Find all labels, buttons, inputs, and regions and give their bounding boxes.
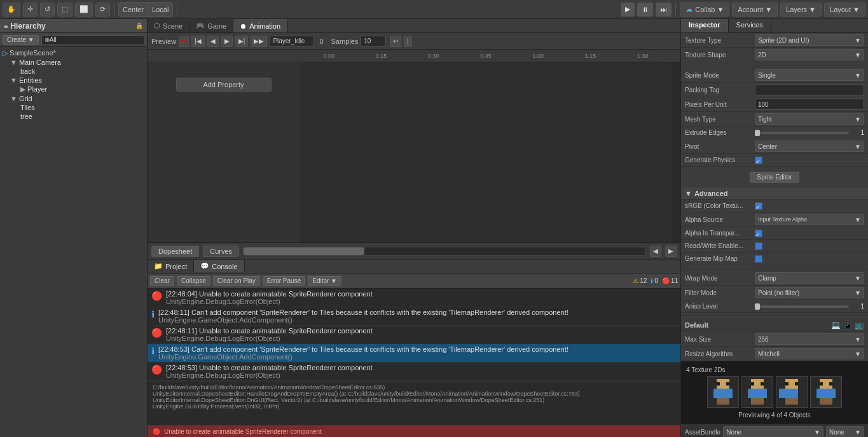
add-event-btn[interactable]: | bbox=[404, 36, 412, 47]
separator-1 bbox=[114, 3, 114, 16]
editor-btn[interactable]: Editor ▼ bbox=[308, 276, 341, 286]
rect-tool-btn[interactable]: ⬜ bbox=[75, 3, 93, 17]
timeline-ruler[interactable]: 0:00 0:15 0:30 0:45 1:00 1:15 1:30 bbox=[300, 50, 672, 62]
texture-shape-dropdown[interactable]: 2D ▼ bbox=[755, 49, 864, 60]
player-item[interactable]: ▶ Player bbox=[0, 85, 147, 94]
generate-physics-checkbox[interactable] bbox=[755, 156, 762, 164]
wrap-mode-dropdown[interactable]: Clamp ▼ bbox=[755, 272, 864, 284]
step-btn[interactable]: ⏭ bbox=[656, 3, 672, 17]
svg-rect-4 bbox=[723, 398, 729, 405]
services-tab[interactable]: Services bbox=[729, 19, 771, 32]
log-text-1: [22:48:11] Can't add component 'SpriteRe… bbox=[158, 309, 568, 324]
extrude-slider[interactable] bbox=[755, 132, 849, 134]
log-entry-3[interactable]: ℹ [22:48:53] Can't add component 'Sprite… bbox=[148, 344, 680, 363]
transform-tool-btn[interactable]: ⟳ bbox=[95, 3, 110, 17]
sprite-editor-btn[interactable]: Sprite Editor bbox=[750, 172, 799, 183]
generate-physics-row: Generate Physics bbox=[681, 154, 868, 167]
pivot-dropdown[interactable]: Center ▼ bbox=[755, 141, 864, 152]
scroll-left-btn[interactable]: ◀ bbox=[650, 246, 661, 257]
anim-prev-btn[interactable]: ◀ bbox=[207, 36, 219, 47]
timeline-scrollbar[interactable] bbox=[672, 62, 680, 242]
pause-btn[interactable]: ⏸ bbox=[637, 3, 653, 17]
mesh-type-dropdown[interactable]: Tight ▼ bbox=[755, 113, 864, 125]
log-entry-1[interactable]: ℹ [22:48:11] Can't add component 'Sprite… bbox=[148, 307, 680, 326]
curves-btn[interactable]: Curves bbox=[203, 246, 239, 257]
advanced-section[interactable]: ▼ Advanced bbox=[681, 188, 868, 200]
inspector-tab[interactable]: Inspector bbox=[681, 19, 729, 32]
sprite-mode-dropdown[interactable]: Single ▼ bbox=[755, 69, 864, 81]
scroll-right-btn[interactable]: ▶ bbox=[665, 246, 677, 257]
create-btn[interactable]: Create ▼ bbox=[3, 35, 39, 45]
layout-btn[interactable]: Layout ▼ bbox=[824, 3, 865, 17]
ab-variant-value: None bbox=[829, 429, 844, 436]
rotate-tool-btn[interactable]: ↺ bbox=[40, 3, 55, 17]
hand-tool-btn[interactable]: ✋ bbox=[3, 3, 20, 17]
grid-item[interactable]: ▼ Grid bbox=[0, 94, 147, 103]
add-property-btn[interactable]: Add Property bbox=[176, 78, 272, 92]
aniso-slider[interactable] bbox=[755, 305, 849, 308]
entities-item[interactable]: ▼ Entities bbox=[0, 76, 147, 85]
packing-tag-input[interactable] bbox=[755, 84, 864, 95]
log-entry-2[interactable]: 🔴 [22:48:11] Unable to create animatable… bbox=[148, 326, 680, 344]
anim-next-btn[interactable]: ▶| bbox=[235, 36, 249, 47]
anim-last-btn[interactable]: ▶▶ bbox=[251, 36, 267, 47]
timeline-tracks[interactable] bbox=[300, 62, 672, 242]
game-tab[interactable]: 🎮 Game bbox=[189, 19, 233, 32]
timeline-h-scrollbar[interactable] bbox=[243, 247, 646, 256]
alpha-source-value: Input Texture Alpha ▼ bbox=[755, 214, 864, 225]
center-btn[interactable]: Center bbox=[119, 3, 148, 17]
local-btn[interactable]: Local bbox=[148, 3, 172, 17]
dopesheet-btn[interactable]: Dopesheet bbox=[151, 246, 199, 257]
hierarchy-search[interactable] bbox=[41, 35, 144, 45]
scale-tool-btn[interactable]: ⬚ bbox=[57, 3, 72, 17]
generate-mip-checkbox[interactable] bbox=[755, 255, 762, 263]
preview-svg-0 bbox=[710, 379, 736, 405]
pixels-per-unit-input[interactable] bbox=[755, 99, 864, 110]
anim-play-btn[interactable]: ▶ bbox=[221, 36, 233, 47]
stack-1: UnityEditorInternal.DopeSheetEditor:Hand… bbox=[153, 391, 675, 397]
layers-btn[interactable]: Layers ▼ bbox=[780, 3, 822, 17]
main-camera-item[interactable]: ▼ Main Camera bbox=[0, 58, 147, 67]
collapse-btn[interactable]: Collapse bbox=[177, 276, 210, 286]
srgb-checkbox[interactable] bbox=[755, 202, 762, 210]
console-tab[interactable]: 💬 Console bbox=[194, 260, 244, 272]
move-tool-btn[interactable]: ✛ bbox=[23, 3, 38, 17]
animation-tab[interactable]: ⏺ Animation bbox=[233, 19, 287, 32]
asset-bundle-dropdown[interactable]: None ▼ bbox=[723, 426, 823, 437]
log-icon-0: 🔴 bbox=[151, 291, 162, 301]
alpha-source-dropdown[interactable]: Input Texture Alpha ▼ bbox=[755, 214, 864, 225]
filter-mode-label: Filter Mode bbox=[685, 289, 755, 296]
log-entry-0[interactable]: 🔴 [22:48:04] Unable to create animatable… bbox=[148, 289, 680, 307]
scene-item[interactable]: ▷ SampleScene* bbox=[0, 48, 147, 58]
scene-tab[interactable]: ⬡ Scene bbox=[148, 19, 189, 32]
texture-type-dropdown[interactable]: Sprite (2D and UI) ▼ bbox=[755, 34, 864, 46]
alpha-transparent-checkbox[interactable] bbox=[755, 230, 762, 237]
timeline-body: Add Property bbox=[148, 62, 680, 242]
back-item[interactable]: back bbox=[0, 67, 147, 76]
tree-item[interactable]: tree bbox=[0, 112, 147, 121]
asset-bundle-variant-dropdown[interactable]: None ▼ bbox=[826, 426, 864, 437]
clip-selector[interactable] bbox=[270, 36, 314, 47]
anim-first-btn[interactable]: |◀ bbox=[191, 36, 205, 47]
texture-type-label: Texture Type bbox=[685, 37, 755, 44]
tiles-item[interactable]: Tiles bbox=[0, 103, 147, 112]
clear-on-play-btn[interactable]: Clear on Play bbox=[213, 276, 260, 286]
error-pause-btn[interactable]: Error Pause bbox=[263, 276, 305, 286]
texture-shape-value: 2D ▼ bbox=[755, 49, 864, 60]
max-size-dropdown[interactable]: 256 ▼ bbox=[755, 333, 864, 345]
collab-btn[interactable]: ☁ Collab ▼ bbox=[680, 3, 729, 17]
project-tab[interactable]: 📁 Project bbox=[148, 260, 194, 272]
console-content[interactable]: 🔴 [22:48:04] Unable to create animatable… bbox=[148, 289, 680, 426]
filter-mode-dropdown[interactable]: Point (no filter) ▼ bbox=[755, 287, 864, 298]
loop-btn[interactable]: ↩ bbox=[390, 36, 401, 47]
max-size-value: 256 ▼ bbox=[755, 333, 864, 345]
read-write-checkbox[interactable] bbox=[755, 242, 762, 250]
samples-input[interactable] bbox=[361, 36, 386, 47]
hierarchy-content[interactable]: ▷ SampleScene* ▼ Main Camera back ▼ Enti… bbox=[0, 47, 147, 437]
clear-btn[interactable]: Clear bbox=[150, 276, 174, 286]
record-btn[interactable]: ● bbox=[179, 36, 189, 47]
play-btn[interactable]: ▶ bbox=[621, 3, 635, 17]
log-entry-4[interactable]: 🔴 [22:48:53] Unable to create animatable… bbox=[148, 363, 680, 381]
resize-algo-dropdown[interactable]: Mitchell ▼ bbox=[755, 348, 864, 359]
account-btn[interactable]: Account ▼ bbox=[732, 3, 778, 17]
